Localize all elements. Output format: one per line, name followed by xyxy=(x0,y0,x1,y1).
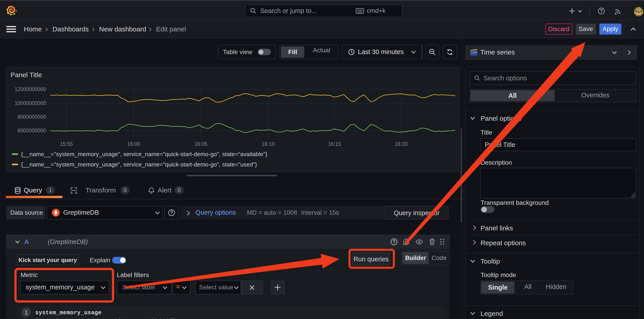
svg-text:{__name__="system_memory_usage: {__name__="system_memory_usage", service… xyxy=(21,151,267,157)
svg-text:16:20: 16:20 xyxy=(395,141,408,147)
svg-text:16:05: 16:05 xyxy=(194,141,208,147)
svg-text:15:55: 15:55 xyxy=(60,141,73,147)
svg-text:8000000000: 8000000000 xyxy=(18,114,46,120)
svg-text:16:15: 16:15 xyxy=(328,141,341,147)
svg-text:10000000000: 10000000000 xyxy=(14,100,46,106)
svg-text:{__name__="system_memory_usage: {__name__="system_memory_usage", service… xyxy=(21,161,257,168)
svg-text:16:00: 16:00 xyxy=(127,141,140,147)
svg-text:12000000000: 12000000000 xyxy=(14,86,46,92)
svg-text:6000000000: 6000000000 xyxy=(18,128,46,133)
svg-text:16:10: 16:10 xyxy=(262,141,275,147)
